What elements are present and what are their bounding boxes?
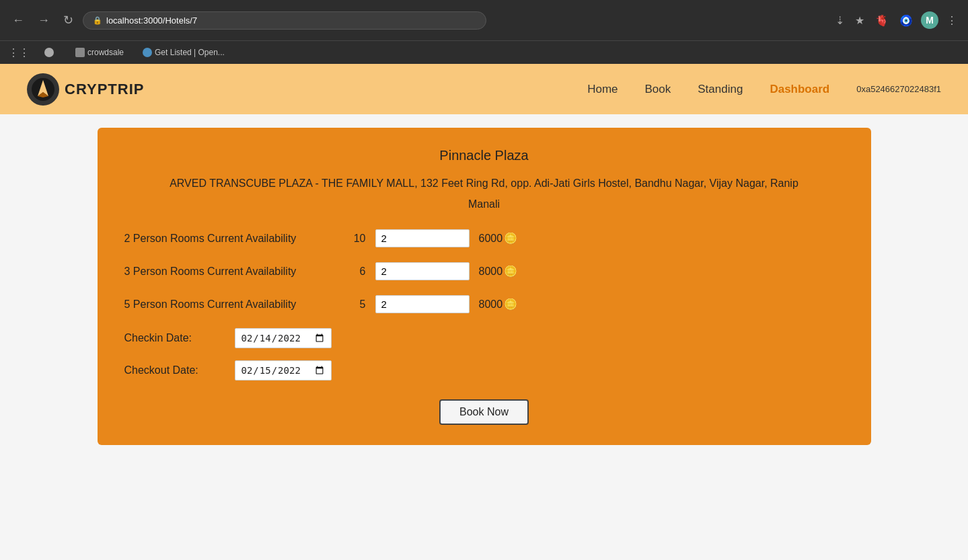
room-label-three-person: 3 Person Rooms Current Availability	[124, 266, 340, 278]
checkout-row: Checkout Date:	[124, 360, 844, 381]
lock-icon: 🔒	[93, 16, 102, 25]
extension-icon[interactable]: 🫀	[872, 11, 891, 30]
profile-avatar[interactable]: M	[921, 11, 938, 29]
room-price-two-person: 6000🪙	[479, 232, 518, 245]
checkin-row: Checkin Date:	[124, 328, 844, 348]
hotel-name: Pinnacle Plaza	[124, 148, 844, 163]
bookmark-getlisted-label: Get Listed | Open...	[155, 48, 225, 57]
apps-icon[interactable]: ⋮⋮	[8, 46, 30, 59]
checkin-label: Checkin Date:	[124, 332, 225, 344]
hotel-card: Pinnacle Plaza ARVED TRANSCUBE PLAZA - T…	[98, 128, 871, 445]
hotel-address: ARVED TRANSCUBE PLAZA - THE FAMILY MALL,…	[124, 175, 844, 192]
coin-emoji-two-person: 🪙	[504, 232, 517, 245]
page-background: CRYPTRIP Home Book Standing Dashboard 0x…	[0, 64, 968, 560]
nav-book[interactable]: Book	[645, 83, 671, 96]
bookmark-crowdsale[interactable]: crowdsale	[71, 46, 128, 59]
nav-dashboard[interactable]: Dashboard	[770, 83, 829, 96]
coin-emoji-five-person: 🪙	[504, 298, 517, 311]
room-price-five-person: 8000🪙	[479, 298, 518, 311]
price-value-two-person: 6000	[479, 233, 503, 245]
reload-button[interactable]: ↻	[59, 10, 77, 30]
main-content: Pinnacle Plaza ARVED TRANSCUBE PLAZA - T…	[0, 114, 968, 458]
forward-button[interactable]: →	[34, 11, 54, 30]
room-availability-five-person: 5	[349, 298, 366, 311]
back-button[interactable]: ←	[8, 11, 28, 30]
browser-chrome: ← → ↻ 🔒 localhost:3000/Hotels/7 ⇣ ★ 🫀 🧿 …	[0, 0, 968, 40]
github-favicon	[44, 48, 54, 57]
logo-icon	[27, 73, 59, 106]
room-quantity-two-person[interactable]	[375, 229, 470, 247]
book-now-row: Book Now	[124, 399, 844, 425]
more-options-icon[interactable]: ⋮	[944, 11, 960, 30]
puzzle-icon[interactable]: 🧿	[897, 11, 916, 30]
room-price-three-person: 8000🪙	[479, 265, 518, 278]
bookmark-github[interactable]	[40, 46, 61, 59]
browser-actions: ⇣ ★ 🫀 🧿 M ⋮	[833, 11, 960, 30]
navbar-links: Home Book Standing Dashboard 0xa52466270…	[587, 83, 941, 96]
url-text: localhost:3000/Hotels/7	[106, 15, 197, 26]
hotel-city: Manali	[124, 198, 844, 210]
room-availability-three-person: 6	[349, 266, 366, 278]
checkout-date-input[interactable]	[235, 360, 332, 381]
bookmark-getlisted[interactable]: Get Listed | Open...	[139, 46, 229, 59]
checkin-date-input[interactable]	[235, 328, 332, 348]
room-row-two-person: 2 Person Rooms Current Availability 10 6…	[124, 229, 844, 247]
bookmark-crowdsale-label: crowdsale	[87, 48, 124, 57]
room-row-five-person: 5 Person Rooms Current Availability 5 80…	[124, 295, 844, 313]
coin-emoji-three-person: 🪙	[504, 265, 517, 278]
book-now-button[interactable]: Book Now	[439, 399, 529, 425]
room-quantity-three-person[interactable]	[375, 262, 470, 280]
room-label-five-person: 5 Person Rooms Current Availability	[124, 298, 340, 311]
room-availability-two-person: 10	[349, 233, 366, 245]
room-label-two-person: 2 Person Rooms Current Availability	[124, 233, 340, 245]
navbar: CRYPTRIP Home Book Standing Dashboard 0x…	[0, 64, 968, 114]
star-icon[interactable]: ★	[852, 11, 867, 30]
nav-home[interactable]: Home	[587, 83, 618, 96]
nav-standing[interactable]: Standing	[698, 83, 743, 96]
logo-text: CRYPTRIP	[65, 81, 144, 98]
navbar-logo: CRYPTRIP	[27, 73, 144, 106]
price-value-three-person: 8000	[479, 266, 503, 278]
price-value-five-person: 8000	[479, 298, 503, 311]
download-icon[interactable]: ⇣	[833, 11, 847, 30]
bookmarks-bar: ⋮⋮ crowdsale Get Listed | Open...	[0, 40, 968, 64]
room-quantity-five-person[interactable]	[375, 295, 470, 313]
getlisted-favicon	[143, 48, 152, 57]
wallet-address: 0xa5246627022483f1	[856, 84, 941, 94]
checkout-label: Checkout Date:	[124, 364, 225, 376]
crowdsale-favicon	[75, 48, 85, 57]
room-row-three-person: 3 Person Rooms Current Availability 6 80…	[124, 262, 844, 280]
address-bar[interactable]: 🔒 localhost:3000/Hotels/7	[83, 11, 486, 30]
